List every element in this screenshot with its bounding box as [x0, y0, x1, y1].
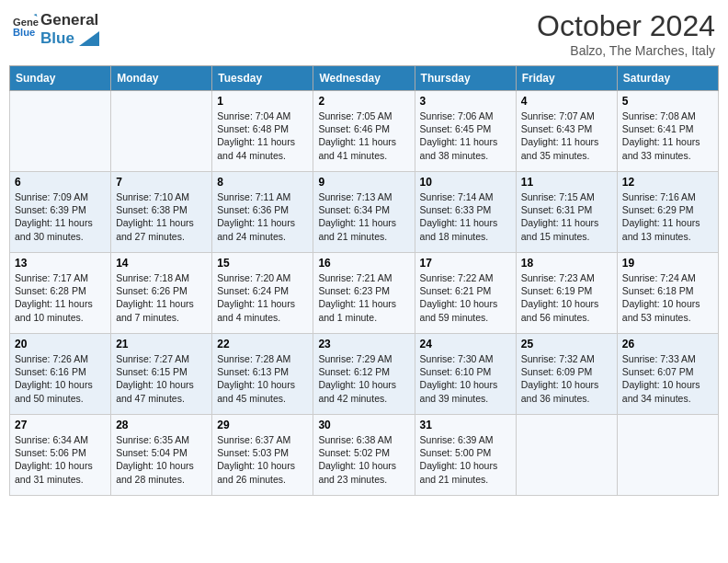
day-info: Sunrise: 7:14 AM Sunset: 6:33 PM Dayligh… [420, 190, 511, 243]
logo-blue: Blue [40, 29, 99, 48]
location: Balzo, The Marches, Italy [537, 43, 715, 58]
week-row-1: 1Sunrise: 7:04 AM Sunset: 6:48 PM Daylig… [10, 91, 719, 172]
day-cell: 12Sunrise: 7:16 AM Sunset: 6:29 PM Dayli… [617, 172, 718, 253]
day-number: 6 [15, 176, 106, 189]
day-info: Sunrise: 7:07 AM Sunset: 6:43 PM Dayligh… [521, 109, 612, 162]
calendar-table: SundayMondayTuesdayWednesdayThursdayFrid… [9, 65, 719, 496]
day-cell: 24Sunrise: 7:30 AM Sunset: 6:10 PM Dayli… [415, 334, 516, 415]
svg-text:General: General [13, 16, 39, 27]
day-number: 14 [116, 257, 207, 270]
day-number: 19 [622, 257, 713, 270]
day-info: Sunrise: 7:22 AM Sunset: 6:21 PM Dayligh… [420, 271, 511, 324]
day-info: Sunrise: 7:27 AM Sunset: 6:15 PM Dayligh… [116, 352, 207, 405]
day-cell: 22Sunrise: 7:28 AM Sunset: 6:13 PM Dayli… [212, 334, 313, 415]
day-cell: 14Sunrise: 7:18 AM Sunset: 6:26 PM Dayli… [111, 253, 212, 334]
logo-icon: General Blue [13, 14, 39, 40]
day-cell: 19Sunrise: 7:24 AM Sunset: 6:18 PM Dayli… [617, 253, 718, 334]
day-info: Sunrise: 6:38 AM Sunset: 5:02 PM Dayligh… [318, 433, 409, 486]
calendar-header: SundayMondayTuesdayWednesdayThursdayFrid… [10, 66, 719, 91]
day-info: Sunrise: 7:26 AM Sunset: 6:16 PM Dayligh… [15, 352, 106, 405]
day-info: Sunrise: 7:21 AM Sunset: 6:23 PM Dayligh… [318, 271, 409, 324]
day-info: Sunrise: 6:37 AM Sunset: 5:03 PM Dayligh… [217, 433, 308, 486]
day-number: 16 [318, 257, 409, 270]
day-cell [10, 91, 111, 172]
day-number: 29 [217, 419, 308, 431]
day-info: Sunrise: 7:10 AM Sunset: 6:38 PM Dayligh… [116, 190, 207, 243]
day-cell: 11Sunrise: 7:15 AM Sunset: 6:31 PM Dayli… [516, 172, 617, 253]
svg-marker-3 [79, 31, 99, 46]
day-info: Sunrise: 7:11 AM Sunset: 6:36 PM Dayligh… [217, 190, 308, 243]
day-number: 7 [116, 176, 207, 189]
header-cell-thursday: Thursday [415, 66, 516, 91]
header-cell-tuesday: Tuesday [212, 66, 313, 91]
day-number: 21 [116, 338, 207, 350]
day-info: Sunrise: 7:33 AM Sunset: 6:07 PM Dayligh… [622, 352, 713, 405]
day-number: 8 [217, 176, 308, 189]
day-cell [617, 415, 718, 496]
day-number: 20 [15, 338, 106, 350]
header-cell-saturday: Saturday [617, 66, 718, 91]
svg-text:Blue: Blue [13, 26, 35, 37]
day-number: 5 [622, 95, 713, 108]
day-number: 23 [318, 338, 409, 350]
day-cell: 1Sunrise: 7:04 AM Sunset: 6:48 PM Daylig… [212, 91, 313, 172]
day-cell: 23Sunrise: 7:29 AM Sunset: 6:12 PM Dayli… [313, 334, 415, 415]
day-info: Sunrise: 7:32 AM Sunset: 6:09 PM Dayligh… [521, 352, 612, 405]
day-cell: 8Sunrise: 7:11 AM Sunset: 6:36 PM Daylig… [212, 172, 313, 253]
logo-general: General [40, 11, 99, 29]
day-number: 1 [217, 95, 308, 108]
header-row: SundayMondayTuesdayWednesdayThursdayFrid… [10, 66, 719, 91]
day-info: Sunrise: 7:30 AM Sunset: 6:10 PM Dayligh… [420, 352, 511, 405]
day-info: Sunrise: 7:29 AM Sunset: 6:12 PM Dayligh… [318, 352, 409, 405]
day-cell: 7Sunrise: 7:10 AM Sunset: 6:38 PM Daylig… [111, 172, 212, 253]
day-number: 28 [116, 419, 207, 431]
day-info: Sunrise: 6:34 AM Sunset: 5:06 PM Dayligh… [15, 433, 106, 486]
day-number: 24 [420, 338, 511, 350]
day-info: Sunrise: 7:13 AM Sunset: 6:34 PM Dayligh… [318, 190, 409, 243]
title-block: October 2024 Balzo, The Marches, Italy [537, 9, 715, 58]
day-cell: 5Sunrise: 7:08 AM Sunset: 6:41 PM Daylig… [617, 91, 718, 172]
day-number: 9 [318, 176, 409, 189]
day-info: Sunrise: 6:39 AM Sunset: 5:00 PM Dayligh… [420, 433, 511, 486]
day-number: 3 [420, 95, 511, 108]
day-number: 15 [217, 257, 308, 270]
day-cell: 2Sunrise: 7:05 AM Sunset: 6:46 PM Daylig… [313, 91, 415, 172]
day-cell: 13Sunrise: 7:17 AM Sunset: 6:28 PM Dayli… [10, 253, 111, 334]
week-row-2: 6Sunrise: 7:09 AM Sunset: 6:39 PM Daylig… [10, 172, 719, 253]
week-row-4: 20Sunrise: 7:26 AM Sunset: 6:16 PM Dayli… [10, 334, 719, 415]
day-cell: 10Sunrise: 7:14 AM Sunset: 6:33 PM Dayli… [415, 172, 516, 253]
day-number: 30 [318, 419, 409, 431]
day-info: Sunrise: 7:09 AM Sunset: 6:39 PM Dayligh… [15, 190, 106, 243]
week-row-3: 13Sunrise: 7:17 AM Sunset: 6:28 PM Dayli… [10, 253, 719, 334]
header-cell-friday: Friday [516, 66, 617, 91]
day-cell: 29Sunrise: 6:37 AM Sunset: 5:03 PM Dayli… [212, 415, 313, 496]
day-cell: 4Sunrise: 7:07 AM Sunset: 6:43 PM Daylig… [516, 91, 617, 172]
day-cell: 26Sunrise: 7:33 AM Sunset: 6:07 PM Dayli… [617, 334, 718, 415]
day-cell: 6Sunrise: 7:09 AM Sunset: 6:39 PM Daylig… [10, 172, 111, 253]
page-header: General Blue General Blue October 2024 B… [9, 9, 719, 58]
day-info: Sunrise: 7:08 AM Sunset: 6:41 PM Dayligh… [622, 109, 713, 162]
day-info: Sunrise: 7:16 AM Sunset: 6:29 PM Dayligh… [622, 190, 713, 243]
day-info: Sunrise: 7:06 AM Sunset: 6:45 PM Dayligh… [420, 109, 511, 162]
day-cell: 15Sunrise: 7:20 AM Sunset: 6:24 PM Dayli… [212, 253, 313, 334]
day-number: 13 [15, 257, 106, 270]
logo: General Blue General Blue [13, 9, 99, 47]
day-cell: 16Sunrise: 7:21 AM Sunset: 6:23 PM Dayli… [313, 253, 415, 334]
day-cell: 18Sunrise: 7:23 AM Sunset: 6:19 PM Dayli… [516, 253, 617, 334]
header-cell-sunday: Sunday [10, 66, 111, 91]
day-cell: 21Sunrise: 7:27 AM Sunset: 6:15 PM Dayli… [111, 334, 212, 415]
day-number: 25 [521, 338, 612, 350]
day-cell: 25Sunrise: 7:32 AM Sunset: 6:09 PM Dayli… [516, 334, 617, 415]
day-cell: 30Sunrise: 6:38 AM Sunset: 5:02 PM Dayli… [313, 415, 415, 496]
day-info: Sunrise: 6:35 AM Sunset: 5:04 PM Dayligh… [116, 433, 207, 486]
day-number: 12 [622, 176, 713, 189]
day-number: 22 [217, 338, 308, 350]
day-info: Sunrise: 7:28 AM Sunset: 6:13 PM Dayligh… [217, 352, 308, 405]
day-cell: 31Sunrise: 6:39 AM Sunset: 5:00 PM Dayli… [415, 415, 516, 496]
day-cell: 17Sunrise: 7:22 AM Sunset: 6:21 PM Dayli… [415, 253, 516, 334]
header-cell-monday: Monday [111, 66, 212, 91]
day-info: Sunrise: 7:15 AM Sunset: 6:31 PM Dayligh… [521, 190, 612, 243]
day-cell: 28Sunrise: 6:35 AM Sunset: 5:04 PM Dayli… [111, 415, 212, 496]
day-cell: 9Sunrise: 7:13 AM Sunset: 6:34 PM Daylig… [313, 172, 415, 253]
day-info: Sunrise: 7:05 AM Sunset: 6:46 PM Dayligh… [318, 109, 409, 162]
